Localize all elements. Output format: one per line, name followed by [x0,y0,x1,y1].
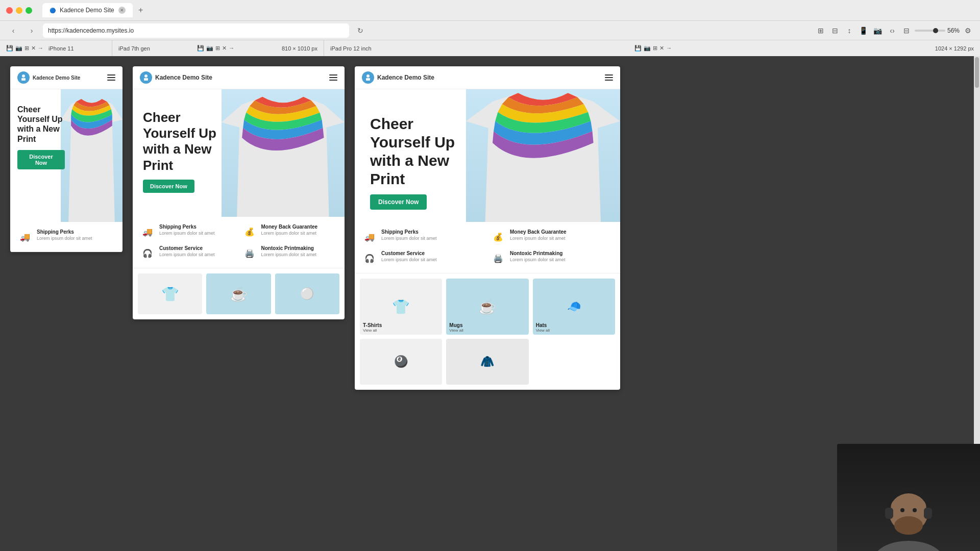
ipad-pro-site-header: Kadence Demo Site [355,66,620,89]
hat-image: ⚪ [275,273,339,314]
iphone-label: iPhone 11 [48,45,74,52]
mug-label: Mugs View all [449,322,463,333]
ipad-products-section: 👕 ☕ ⚪ [133,268,345,319]
product-tshirts[interactable]: 👕 [138,273,202,314]
ipad-label: iPad 7th gen [118,45,150,52]
iphone-hero-content: Cheer Yourself Up with a New Print Disco… [10,89,72,185]
ipad-site-name: Kadence Demo Site [155,74,212,81]
ipad-hero: Cheer Yourself Up with a New Print Disco… [133,89,345,217]
ipad-pro-preview: Kadence Demo Site [355,66,620,390]
devices-icon[interactable]: ⊞ [815,24,827,37]
perk-pro-money-desc: Lorem ipsum dolor sit amet [510,236,567,241]
product-mugs[interactable]: ☕ [206,273,271,314]
tab-close-button[interactable]: ✕ [118,7,126,14]
minimize-button[interactable] [16,7,22,14]
scrollbar-thumb[interactable] [975,57,979,88]
perk-shipping-pro: 🚚 Shipping Perks Lorem ipsum dolor sit a… [362,229,484,244]
iphone-site-header: Kadence Demo Site [10,66,122,89]
ipad-pro-menu-icon[interactable] [605,74,613,81]
ipad-discover-btn[interactable]: Discover Now [143,180,194,193]
iphone-hero-title: Cheer Yourself Up with a New Print [17,105,65,144]
split-icon[interactable]: ⊟ [900,24,913,37]
refresh-button[interactable]: ↻ [353,23,368,38]
camera-icon[interactable]: 📷 [872,24,884,37]
print-icon: 🖨️ [242,245,257,261]
svg-rect-10 [924,508,932,519]
svg-rect-1 [21,78,26,81]
money-pro-icon: 💰 [491,229,506,244]
tab-title: Kadence Demo Site [60,7,114,14]
zoom-level: 56% [947,27,960,34]
tab-bar: 🔵 Kadence Demo Site ✕ + [42,3,147,17]
ipad-preview: Kadence Demo Site [133,66,345,319]
iphone-menu-icon[interactable] [107,74,115,81]
iphone-perks-section: 🚚 Shipping Perks Lorem ipsum dolor sit a… [10,222,122,252]
back-button[interactable]: ‹ [6,23,20,38]
ipad-pro-site-name: Kadence Demo Site [377,74,434,81]
iphone-site-name: Kadence Demo Site [33,75,80,81]
perk-service-pro: 🎧 Customer Service Lorem ipsum dolor sit… [362,251,484,266]
product-r2-img1: 🎱 [360,339,442,385]
perk-desc: Lorem ipsum dolor sit amet [261,252,317,257]
address-bar[interactable]: https://kadencedemo.mysites.io [43,23,349,38]
product-hats-pro[interactable]: 🧢 Hats View all [533,279,615,335]
perk-print: 🖨️ Nontoxic Printmaking Lorem ipsum dolo… [242,245,338,261]
service-pro-icon: 🎧 [362,251,377,266]
responsive-icon[interactable]: 📱 [857,24,870,37]
browser-toolbar: ‹ › https://kadencedemo.mysites.io ↻ ⊞ ⊟… [0,20,980,40]
svg-point-8 [894,516,923,535]
traffic-lights [6,7,32,14]
zoom-control[interactable]: 56% [915,27,960,34]
service-icon: 🎧 [140,245,155,261]
perk-desc: Lorem ipsum dolor sit amet [159,231,215,236]
ipad-hero-title: Cheer Yourself Up with a New Print [143,110,233,173]
perk-shipping: 🚚 Shipping Perks Lorem ipsum dolor sit a… [140,224,236,239]
ipad-pro-hero-title: Cheer Yourself Up with a New Print [370,115,472,188]
iphone-logo: Kadence Demo Site [17,71,80,84]
iphone-preview: Kadence Demo Site [10,66,122,252]
perk-shipping-desc: Lorem ipsum dolor sit amet [37,236,92,241]
product-row2-2[interactable]: 🧥 [446,339,528,385]
ipad-pro-label: iPad Pro 12 inch [330,45,372,52]
perk-money-pro: 💰 Money Back Guarantee Lorem ipsum dolor… [491,229,613,244]
perk-title: Nontoxic Printmaking [261,245,317,251]
ipad-menu-icon[interactable] [329,74,337,81]
new-tab-button[interactable]: + [135,4,147,16]
svg-point-4 [366,74,370,78]
product-row2-1[interactable]: 🎱 [360,339,442,385]
arrows-icon[interactable]: ↕ [843,24,855,37]
money-icon: 💰 [242,224,257,239]
product-hats[interactable]: ⚪ [275,273,339,314]
perk-service: 🎧 Customer Service Lorem ipsum dolor sit… [140,245,236,261]
perk-desc: Lorem ipsum dolor sit amet [159,252,215,257]
hat-label: Hats View all [536,322,550,333]
filter-icon[interactable]: ⊟ [829,24,841,37]
code-icon[interactable]: ‹› [886,24,898,37]
iphone-hero: Cheer Yourself Up with a New Print Disco… [10,89,122,222]
iphone-discover-btn[interactable]: Discover Now [17,150,65,169]
svg-point-2 [144,74,148,78]
ipad-pro-perks-grid: 🚚 Shipping Perks Lorem ipsum dolor sit a… [362,229,613,266]
svg-rect-5 [366,78,370,81]
product-tshirts-pro[interactable]: 👕 T-Shirts View all [360,279,442,335]
perk-pro-shipping-title: Shipping Perks [381,229,437,235]
ipad-pro-hero-bg [466,89,620,222]
perk-money: 💰 Money Back Guarantee Lorem ipsum dolor… [242,224,338,239]
device-bars: 💾 📷 ⊞ ✕ → iPhone 11 iPad 7th gen 💾 📷 ⊞ ✕… [0,40,980,56]
tshirt-image: 👕 [138,273,202,314]
svg-point-11 [900,508,904,512]
close-button[interactable] [6,7,13,14]
perk-pro-service-desc: Lorem ipsum dolor sit amet [381,257,437,262]
perk-pro-shipping-desc: Lorem ipsum dolor sit amet [381,236,437,241]
tshirt-label: T-Shirts View all [363,322,382,333]
forward-button[interactable]: › [24,23,39,38]
browser-tab[interactable]: 🔵 Kadence Demo Site ✕ [42,3,133,17]
settings-icon[interactable]: ⚙ [962,24,974,37]
svg-rect-3 [144,78,148,81]
ipad-pro-discover-btn[interactable]: Discover Now [370,194,427,210]
maximize-button[interactable] [26,7,32,14]
shipping-pro-icon: 🚚 [362,229,377,244]
shipping-icon: 🚚 [140,224,155,239]
product-mugs-pro[interactable]: ☕ Mugs View all [446,279,528,335]
svg-point-0 [22,74,25,78]
